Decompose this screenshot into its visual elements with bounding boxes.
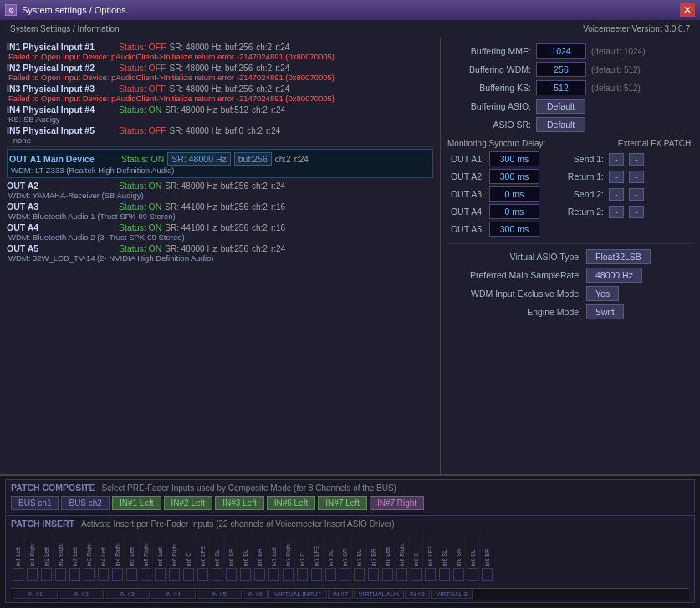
fader-in3-right[interactable] bbox=[84, 568, 95, 581]
fader-in8-sr[interactable] bbox=[453, 568, 464, 581]
return2-plus-btn[interactable]: - bbox=[629, 206, 644, 218]
fader-in8-left[interactable] bbox=[382, 568, 393, 581]
channel-in7-c: in7 C bbox=[295, 531, 309, 588]
app-icon: ⚙ bbox=[5, 4, 17, 16]
wdm-exclusive-btn[interactable]: Yes bbox=[586, 286, 619, 301]
channel-in7-left: in7 Left bbox=[267, 531, 281, 588]
patch-insert-header: PATCH INSERT Activate Insert per Pre-Fad… bbox=[11, 519, 689, 529]
fader-in6-right[interactable] bbox=[169, 568, 180, 581]
close-button[interactable]: ✕ bbox=[680, 3, 695, 17]
fader-in7-sl[interactable] bbox=[325, 568, 336, 581]
monitoring-outa1-row: OUT A1: 300 ms Send 1: - - bbox=[447, 151, 693, 166]
fader-in4-right[interactable] bbox=[112, 568, 123, 581]
send2-minus-btn[interactable]: - bbox=[609, 188, 624, 201]
channel-in8-bl: in8 BL bbox=[466, 531, 480, 588]
fader-in2-right[interactable] bbox=[55, 568, 66, 581]
channel-in8-sr: in8 SR bbox=[452, 531, 466, 588]
buffering-section: Buffering MME: 1024 (default: 1024) Buff… bbox=[447, 43, 693, 132]
channel-in7-sr: in7 SR bbox=[338, 531, 352, 588]
channel-in3-left: in3 Left bbox=[68, 531, 82, 588]
fader-in7-br[interactable] bbox=[368, 568, 379, 581]
fader-in6-sl[interactable] bbox=[212, 568, 222, 581]
main-sr-btn[interactable]: 48000 Hz bbox=[586, 268, 642, 283]
main-content: IN1 Physical Input #1 Status: OFF SR: 48… bbox=[0, 38, 700, 474]
channel-in6-sl: in6 SL bbox=[210, 531, 224, 588]
fader-in6-br[interactable] bbox=[254, 568, 265, 581]
fader-in8-c[interactable] bbox=[411, 568, 422, 581]
fader-in8-bl[interactable] bbox=[468, 568, 478, 581]
device-row-in5: IN5 Physical Input #5 Status: OFF SR: 48… bbox=[7, 125, 433, 145]
channel-in6-bl: in6 BL bbox=[238, 531, 253, 588]
fader-in7-left[interactable] bbox=[268, 568, 279, 581]
header-version: Voicemeeter Version: 3.0.0.7 bbox=[583, 24, 690, 33]
fader-in8-br[interactable] bbox=[482, 568, 493, 581]
send2-plus-btn[interactable]: - bbox=[629, 188, 644, 201]
channel-in6-c: in6 C bbox=[181, 531, 196, 588]
patch-in3-left-btn[interactable]: IN#3 Left bbox=[215, 496, 264, 510]
send1-plus-btn[interactable]: - bbox=[629, 153, 644, 166]
fader-in7-sr[interactable] bbox=[340, 568, 350, 581]
fader-in6-c[interactable] bbox=[183, 568, 194, 581]
channel-in6-br: in6 BR bbox=[253, 531, 267, 588]
bottom-area: PATCH COMPOSITE Select PRE-Fader Inputs … bbox=[0, 474, 700, 608]
fader-in4-left[interactable] bbox=[98, 568, 109, 581]
channel-in7-br: in7 BR bbox=[366, 531, 381, 588]
channel-in6-sr: in6 SR bbox=[224, 531, 238, 588]
device-row-in3: IN3 Physical Input #3 Status: OFF SR: 48… bbox=[7, 84, 433, 103]
patch-bus-ch1-btn[interactable]: BUS ch1 bbox=[11, 496, 59, 510]
fader-in1-left[interactable] bbox=[13, 568, 23, 581]
patch-composite-buttons: BUS ch1 BUS ch2 IN#1 Left IN#2 Left IN#3… bbox=[11, 496, 689, 510]
fader-in5-left[interactable] bbox=[126, 568, 137, 581]
fader-in8-right[interactable] bbox=[396, 568, 407, 581]
fader-in7-right[interactable] bbox=[283, 568, 294, 581]
header-bar: System Settings / Information Voicemeete… bbox=[0, 20, 700, 38]
virt-engine-row: Engine Mode: Swift bbox=[447, 304, 693, 319]
fader-in6-lfe[interactable] bbox=[197, 568, 208, 581]
buffering-ks-row: Buffering KS: 512 (default: 512) bbox=[447, 80, 693, 95]
device-row-outa3: OUT A3 Status: ON SR: 44100 Hz buf:256 c… bbox=[7, 202, 433, 221]
patch-in1-left-btn[interactable]: IN#1 Left bbox=[112, 496, 161, 510]
send1-minus-btn[interactable]: - bbox=[609, 153, 624, 166]
virt-wdm-exclusive-row: WDM Input Exclusive Mode: Yes bbox=[447, 286, 693, 301]
asio-type-btn[interactable]: Float32LSB bbox=[586, 249, 651, 264]
fader-in3-left[interactable] bbox=[69, 568, 80, 581]
fader-in8-lfe[interactable] bbox=[425, 568, 436, 581]
fader-in1-right[interactable] bbox=[27, 568, 38, 581]
fader-in7-bl[interactable] bbox=[354, 568, 365, 581]
return2-minus-btn[interactable]: - bbox=[609, 206, 624, 218]
buffering-asio-row: Buffering ASIO: Default bbox=[447, 99, 693, 114]
patch-bus-ch2-btn[interactable]: BUS ch2 bbox=[61, 496, 109, 510]
patch-in2-left-btn[interactable]: IN#2 Left bbox=[164, 496, 213, 510]
patch-insert-section: PATCH INSERT Activate Insert per Pre-Fad… bbox=[5, 515, 695, 603]
patch-in7-left-btn[interactable]: IN#7 Left bbox=[318, 496, 367, 510]
monitoring-outa2-row: OUT A2: 300 ms Return 1: - - bbox=[447, 169, 693, 184]
channel-in8-lfe: in8 LFE bbox=[423, 531, 437, 588]
fader-in7-lfe[interactable] bbox=[311, 568, 322, 581]
patch-in7-right-btn[interactable]: IN#7 Right bbox=[370, 496, 424, 510]
channel-in6-right: in6 Right bbox=[167, 531, 181, 588]
channel-in6-lfe: in6 LFE bbox=[196, 531, 210, 588]
fader-in8-sl[interactable] bbox=[439, 568, 450, 581]
engine-mode-btn[interactable]: Swift bbox=[586, 304, 624, 319]
fader-in6-left[interactable] bbox=[155, 568, 166, 581]
fader-in2-left[interactable] bbox=[41, 568, 52, 581]
return1-plus-btn[interactable]: - bbox=[629, 171, 644, 183]
device-row-in4: IN4 Physical Input #4 Status: ON SR: 480… bbox=[7, 105, 433, 124]
return1-minus-btn[interactable]: - bbox=[609, 171, 624, 183]
channel-in7-lfe: in7 LFE bbox=[309, 531, 324, 588]
channel-in4-right: in4 Right bbox=[110, 531, 125, 588]
fader-in6-bl[interactable] bbox=[240, 568, 251, 581]
channel-in5-left: in5 Left bbox=[125, 531, 139, 588]
fader-in5-right[interactable] bbox=[141, 568, 151, 581]
channel-in8-br: in8 BR bbox=[480, 531, 494, 588]
asio-sr-default-btn[interactable]: Default bbox=[536, 117, 585, 132]
patch-in6-left-btn[interactable]: IN#6 Left bbox=[267, 496, 316, 510]
virtual-section: Virtual ASIO Type: Float32LSB Preferred … bbox=[447, 243, 693, 319]
channel-in3-right: in3 Right bbox=[82, 531, 96, 588]
channel-in2-left: in2 Left bbox=[39, 531, 54, 588]
header-left: System Settings / Information bbox=[10, 24, 120, 33]
asio-buffering-default-btn[interactable]: Default bbox=[536, 99, 585, 114]
fader-in6-sr[interactable] bbox=[226, 568, 237, 581]
fader-in7-c[interactable] bbox=[297, 568, 308, 581]
device-row-outa2: OUT A2 Status: ON SR: 48000 Hz buf:256 c… bbox=[7, 181, 433, 200]
